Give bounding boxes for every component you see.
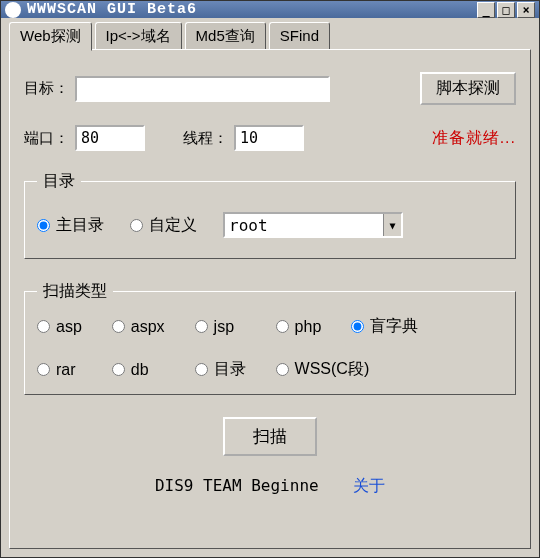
titlebar: WWWSCAN GUI Beta6 _ □ × [1, 1, 539, 18]
thread-input[interactable] [234, 125, 304, 151]
dir-combo-value: root [229, 216, 268, 235]
client-area: Web探测 Ip<->域名 Md5查询 SFind 目标： 脚本探测 端口： 线… [1, 18, 539, 557]
port-thread-row: 端口： 线程： 准备就绪... [24, 125, 516, 151]
tab-ip-domain[interactable]: Ip<->域名 [95, 22, 182, 50]
scan-button[interactable]: 扫描 [223, 417, 317, 456]
status-text: 准备就绪... [432, 128, 516, 149]
radio-main-dir[interactable]: 主目录 [37, 215, 104, 236]
tab-md5[interactable]: Md5查询 [185, 22, 266, 50]
dir-combo[interactable]: root ▼ [223, 212, 403, 238]
target-row: 目标： 脚本探测 [24, 72, 516, 105]
footer-team: DIS9 TEAM Beginne [155, 476, 319, 495]
tab-panel: 目标： 脚本探测 端口： 线程： 准备就绪... 目录 主目录 [9, 49, 531, 549]
tab-sfind[interactable]: SFind [269, 22, 330, 50]
thread-label: 线程： [183, 129, 228, 148]
directory-group: 目录 主目录 自定义 root ▼ [24, 171, 516, 259]
minimize-button[interactable]: _ [477, 2, 495, 18]
scan-row: 扫描 [24, 417, 516, 456]
radio-php[interactable]: php [276, 316, 322, 337]
target-label: 目标： [24, 79, 69, 98]
tab-strip: Web探测 Ip<->域名 Md5查询 SFind [9, 22, 531, 50]
scantype-legend: 扫描类型 [37, 281, 113, 302]
radio-db[interactable]: db [112, 359, 165, 380]
about-link[interactable]: 关于 [353, 477, 385, 494]
radio-rar[interactable]: rar [37, 359, 82, 380]
window-title: WWWSCAN GUI Beta6 [27, 1, 475, 18]
tab-web-probe[interactable]: Web探测 [9, 22, 92, 51]
radio-main-dir-input[interactable] [37, 219, 50, 232]
radio-jsp[interactable]: jsp [195, 316, 246, 337]
radio-aspx[interactable]: aspx [112, 316, 165, 337]
radio-dir[interactable]: 目录 [195, 359, 246, 380]
radio-asp[interactable]: asp [37, 316, 82, 337]
radio-custom-dir-input[interactable] [130, 219, 143, 232]
app-icon [5, 2, 21, 18]
app-window: WWWSCAN GUI Beta6 _ □ × Web探测 Ip<->域名 Md… [0, 0, 540, 558]
port-label: 端口： [24, 129, 69, 148]
footer: DIS9 TEAM Beginne 关于 [24, 476, 516, 497]
radio-wss-c[interactable]: WSS(C段) [276, 359, 419, 380]
maximize-button[interactable]: □ [497, 2, 515, 18]
chevron-down-icon[interactable]: ▼ [383, 214, 401, 236]
script-probe-button[interactable]: 脚本探测 [420, 72, 516, 105]
target-input[interactable] [75, 76, 330, 102]
scantype-group: 扫描类型 asp aspx jsp php 盲字典 rar db 目录 WSS(… [24, 281, 516, 395]
directory-legend: 目录 [37, 171, 81, 192]
radio-custom-dir[interactable]: 自定义 [130, 215, 197, 236]
close-button[interactable]: × [517, 2, 535, 18]
radio-blind-dict[interactable]: 盲字典 [351, 316, 418, 337]
radio-main-dir-label: 主目录 [56, 215, 104, 236]
radio-custom-dir-label: 自定义 [149, 215, 197, 236]
port-input[interactable] [75, 125, 145, 151]
